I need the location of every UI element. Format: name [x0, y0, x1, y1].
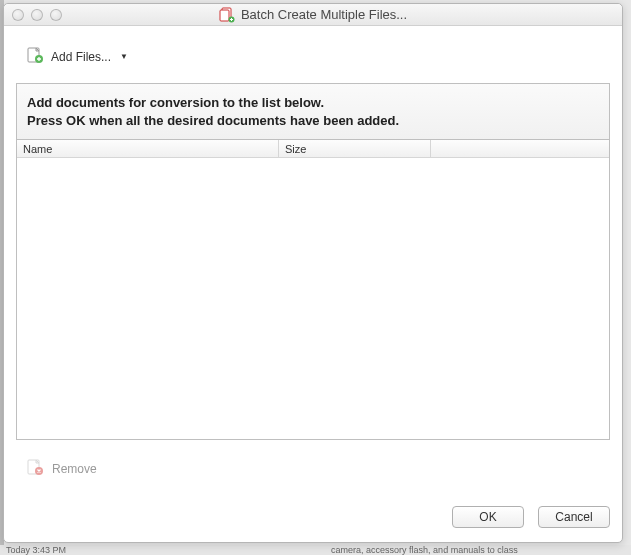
column-size-label: Size: [285, 143, 306, 155]
batch-create-icon: [219, 7, 235, 23]
column-name-label: Name: [23, 143, 52, 155]
traffic-lights: [4, 9, 62, 21]
minimize-icon[interactable]: [31, 9, 43, 21]
column-header-name[interactable]: Name: [17, 140, 279, 157]
close-icon[interactable]: [12, 9, 24, 21]
file-list: Name Size: [16, 140, 610, 440]
dialog-window: Batch Create Multiple Files... Add Files…: [3, 3, 623, 543]
cancel-button[interactable]: Cancel: [538, 506, 610, 528]
svg-rect-1: [220, 10, 229, 21]
list-body[interactable]: [17, 158, 609, 439]
add-files-row: Add Files... ▼: [16, 38, 610, 83]
instruction-line-1: Add documents for conversion to the list…: [27, 94, 599, 112]
column-header-size[interactable]: Size: [279, 140, 431, 157]
remove-button: Remove: [26, 458, 97, 479]
bg-snippet: camera, accessory flash, and manuals to …: [331, 545, 518, 555]
zoom-icon[interactable]: [50, 9, 62, 21]
title-wrap: Batch Create Multiple Files...: [4, 7, 622, 23]
chevron-down-icon: ▼: [120, 52, 128, 61]
titlebar[interactable]: Batch Create Multiple Files...: [4, 4, 622, 26]
add-files-icon: [26, 46, 44, 67]
remove-row: Remove: [16, 440, 610, 480]
column-header-spacer: [431, 140, 609, 157]
bg-time: Today 3:43 PM: [6, 545, 66, 555]
add-files-button[interactable]: Add Files... ▼: [22, 44, 132, 69]
dialog-footer: OK Cancel: [16, 490, 610, 528]
background-text: Today 3:43 PM camera, accessory flash, a…: [0, 545, 631, 555]
window-title: Batch Create Multiple Files...: [241, 7, 407, 22]
add-files-label: Add Files...: [51, 50, 111, 64]
svg-point-2: [228, 16, 234, 22]
svg-rect-0: [222, 8, 231, 19]
dialog-content: Add Files... ▼ Add documents for convers…: [4, 26, 622, 542]
ok-button[interactable]: OK: [452, 506, 524, 528]
list-header: Name Size: [17, 140, 609, 158]
instruction-panel: Add documents for conversion to the list…: [16, 83, 610, 140]
instruction-line-2: Press OK when all the desired documents …: [27, 112, 599, 130]
remove-icon: [26, 458, 44, 479]
remove-label: Remove: [52, 462, 97, 476]
